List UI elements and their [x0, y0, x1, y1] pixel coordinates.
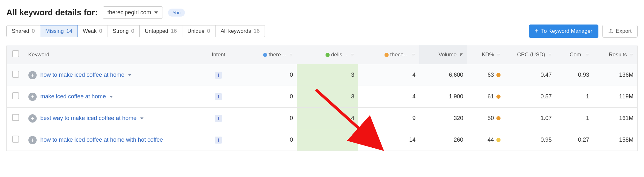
- row-checkbox[interactable]: [12, 92, 19, 99]
- plus-icon: [535, 28, 539, 35]
- column-cpc-label: CPC (USD): [517, 52, 545, 58]
- site2-dot-icon: [326, 53, 330, 57]
- keyword-link[interactable]: best way to make iced coffee at home: [40, 115, 137, 122]
- column-results[interactable]: Results: [593, 45, 637, 64]
- you-badge: You: [168, 9, 185, 17]
- cell-site1: 0: [236, 86, 297, 108]
- cell-site1: 0: [236, 129, 297, 151]
- column-site1[interactable]: there…: [236, 45, 297, 64]
- domain-select[interactable]: therecipegirl.com: [103, 6, 163, 19]
- tab-weak[interactable]: Weak0: [77, 25, 108, 37]
- column-site1-label: there…: [268, 52, 286, 58]
- intent-badge: I: [215, 93, 222, 100]
- caret-down-icon: [110, 96, 113, 98]
- tab-label: Unique: [187, 28, 205, 34]
- cell-com: 0.27: [556, 129, 593, 151]
- expand-row-button[interactable]: [28, 114, 37, 123]
- tab-missing[interactable]: Missing14: [40, 25, 78, 37]
- cell-site2: 4: [297, 108, 358, 129]
- cell-site1: 0: [236, 108, 297, 129]
- tab-label: Weak: [83, 28, 97, 34]
- column-intent-label: Intent: [212, 52, 225, 58]
- cell-kd: 44: [467, 129, 504, 151]
- column-checkbox: [7, 45, 25, 64]
- tab-count: 14: [66, 28, 72, 34]
- keyword-table: Keyword Intent there… delis…: [7, 45, 637, 151]
- column-cpc[interactable]: CPC (USD): [504, 45, 555, 64]
- sort-icon: [350, 53, 354, 57]
- tab-count: 0: [207, 28, 210, 34]
- sort-icon: [412, 53, 415, 57]
- cell-com: 0.93: [556, 64, 593, 86]
- column-com[interactable]: Com.: [556, 45, 593, 64]
- table-row: how to make iced coffee at home with hot…: [7, 129, 637, 151]
- keyword-link[interactable]: how to make iced coffee at home with hot…: [40, 137, 163, 143]
- column-keyword-label: Keyword: [28, 52, 49, 58]
- column-intent[interactable]: Intent: [201, 45, 236, 64]
- cell-kd: 61: [467, 86, 504, 108]
- column-keyword[interactable]: Keyword: [25, 45, 201, 64]
- cell-results: 161M: [593, 108, 637, 129]
- caret-down-icon: [128, 74, 131, 76]
- column-site2[interactable]: delis…: [297, 45, 358, 64]
- row-checkbox[interactable]: [12, 71, 19, 78]
- tab-untapped[interactable]: Untapped16: [139, 25, 182, 37]
- tab-count: 0: [131, 28, 134, 34]
- tab-count: 16: [171, 28, 177, 34]
- tab-all-keywords[interactable]: All keywords16: [215, 25, 265, 37]
- kd-dot-icon: [496, 116, 501, 120]
- cell-cpc: 0.57: [504, 86, 555, 108]
- tab-label: Missing: [45, 28, 64, 34]
- sort-icon: [630, 53, 633, 57]
- keyword-link[interactable]: how to make iced coffee at home: [40, 72, 125, 78]
- table-row: best way to make iced coffee at homeI049…: [7, 108, 637, 129]
- expand-row-button[interactable]: [28, 93, 37, 101]
- cell-site2: 7: [297, 129, 358, 151]
- column-com-label: Com.: [570, 52, 583, 58]
- intent-badge: I: [215, 72, 222, 79]
- cell-volume: 260: [419, 129, 467, 151]
- expand-row-button[interactable]: [28, 71, 37, 79]
- cell-com: 1: [556, 86, 593, 108]
- tab-strong[interactable]: Strong0: [107, 25, 140, 37]
- tab-shared[interactable]: Shared0: [6, 25, 40, 37]
- cell-results: 136M: [593, 64, 637, 86]
- caret-down-icon: [140, 117, 143, 119]
- row-checkbox[interactable]: [12, 136, 19, 143]
- column-site3[interactable]: theco…: [358, 45, 419, 64]
- kd-dot-icon: [496, 73, 501, 77]
- to-keyword-manager-button[interactable]: To Keyword Manager: [529, 25, 598, 38]
- tab-label: All keywords: [221, 28, 251, 34]
- column-site2-label: delis…: [331, 52, 348, 58]
- table-row: how to make iced coffee at homeI0346,600…: [7, 64, 637, 86]
- site3-dot-icon: [384, 53, 389, 57]
- column-site3-label: theco…: [390, 52, 409, 58]
- cell-results: 158M: [593, 129, 637, 151]
- table-row: make iced coffee at homeI0341,900610.571…: [7, 86, 637, 108]
- sort-icon: [548, 53, 552, 57]
- kd-dot-icon: [496, 95, 501, 99]
- tab-unique[interactable]: Unique0: [182, 25, 216, 37]
- column-volume[interactable]: Volume: [419, 45, 467, 64]
- cell-site1: 0: [236, 64, 297, 86]
- tab-label: Untapped: [145, 28, 168, 34]
- row-checkbox[interactable]: [12, 114, 19, 121]
- cell-volume: 320: [419, 108, 467, 129]
- keyword-table-wrap: Keyword Intent there… delis…: [6, 45, 638, 151]
- page-title: All keyword details for:: [6, 8, 98, 18]
- column-kd[interactable]: KD%: [467, 45, 504, 64]
- cell-kd: 50: [467, 108, 504, 129]
- sort-desc-icon: [459, 53, 463, 57]
- chevron-down-icon: [154, 11, 158, 14]
- intent-badge: I: [215, 115, 222, 122]
- cell-site3: 9: [358, 108, 419, 129]
- kd-dot-icon: [496, 138, 501, 142]
- export-button[interactable]: Export: [602, 25, 638, 38]
- cell-site2: 3: [297, 64, 358, 86]
- select-all-checkbox[interactable]: [12, 50, 19, 57]
- expand-row-button[interactable]: [28, 136, 37, 144]
- tab-label: Strong: [113, 28, 128, 34]
- cell-kd: 63: [467, 64, 504, 86]
- keyword-link[interactable]: make iced coffee at home: [40, 93, 106, 100]
- tab-count: 0: [32, 28, 35, 34]
